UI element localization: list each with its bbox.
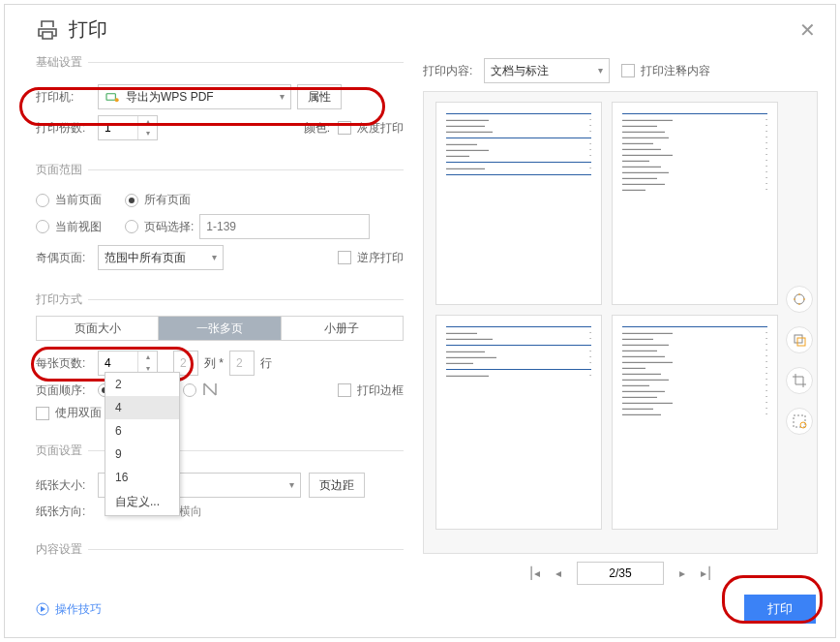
printer-label: 打印机: [36, 89, 98, 106]
svg-point-2 [795, 294, 804, 304]
dropdown-option[interactable]: 4 [105, 396, 179, 419]
svg-point-1 [115, 98, 119, 102]
svg-rect-3 [795, 335, 802, 343]
preview-page: ▬▬▬▬▬▬▬▬▬▬▬▬▬▪ ▬▬▬▬▬▬▬▬▬▪ ▬▬▬▬▬▬▬▬▬▬▬▪ ▬… [612, 102, 778, 305]
tool-fit-icon[interactable] [786, 408, 813, 435]
radio-current-page[interactable]: 当前页面 [36, 192, 102, 208]
page-select-input[interactable] [199, 214, 370, 239]
border-checkbox[interactable]: 打印边框 [338, 382, 404, 399]
tool-copy-icon[interactable] [786, 326, 813, 353]
spin-down-icon[interactable]: ▾ [138, 128, 157, 139]
pager-last-icon[interactable]: ▸⎮ [701, 566, 712, 580]
dropdown-option[interactable]: 16 [105, 466, 179, 489]
pager-input[interactable] [577, 562, 664, 585]
rows-unit: 行 [260, 355, 272, 372]
print-content-select[interactable]: 文档与标注▾ [484, 58, 610, 83]
preview-page: ▬▬▬▬▬▬▬▬▪ ▬▬▬▬▬▬▬▬▬▬▬▬▪ ▬▬▬▬▬▬▬▬▬▬▪ ▬▬▬▬… [435, 315, 602, 530]
cols-sep: 列 * [204, 355, 224, 372]
chevron-down-icon: ▾ [598, 59, 603, 82]
basic-legend: 基础设置 [36, 54, 88, 71]
svg-rect-5 [794, 415, 805, 427]
tips-link[interactable]: 操作技巧 [36, 601, 102, 618]
preview-page: ▬▬▬▬▬▬▬▬▬▬▬▪ ▬▬▬▬▬▬▬▬▬▬▪ ▬▬▬▬▬▬▬▬▬▬▬▬▪ ▬… [435, 102, 602, 305]
dropdown-option[interactable]: 自定义... [105, 489, 179, 515]
radio-current-view[interactable]: 当前视图 [36, 219, 102, 235]
content-legend: 内容设置 [36, 541, 88, 558]
duplex-checkbox[interactable]: 使用双面 [36, 405, 102, 421]
orient-landscape[interactable]: 横向 [179, 504, 202, 520]
order-n[interactable] [183, 382, 220, 399]
export-pdf-icon [105, 89, 120, 105]
radio-page-select[interactable]: 页码选择: [125, 219, 194, 235]
close-icon[interactable]: ✕ [799, 18, 816, 42]
chevron-down-icon: ▾ [280, 85, 285, 108]
tool-crop-icon[interactable] [786, 286, 813, 313]
mode-legend: 打印方式 [36, 291, 88, 308]
printer-icon [36, 18, 59, 42]
perpage-dropdown[interactable]: 2 4 6 9 16 自定义... [105, 372, 180, 516]
rows-input[interactable] [229, 351, 255, 376]
grayscale-checkbox[interactable]: 灰度打印 [338, 120, 404, 137]
dialog-title: 打印 [69, 16, 107, 43]
pager-prev-icon[interactable]: ◂ [555, 566, 561, 580]
print-button[interactable]: 打印 [744, 595, 816, 624]
print-content-label: 打印内容: [423, 63, 472, 79]
tab-multi-per-sheet[interactable]: 一张多页 [159, 317, 281, 340]
color-label: 颜色: [304, 120, 330, 137]
dropdown-option[interactable]: 9 [105, 443, 179, 466]
oddeven-select[interactable]: 范围中所有页面▾ [98, 245, 224, 270]
copies-label: 打印份数: [36, 120, 98, 137]
printer-value: 导出为WPS PDF [126, 85, 214, 108]
pager-next-icon[interactable]: ▸ [679, 566, 685, 580]
reverse-checkbox[interactable]: 逆序打印 [338, 250, 404, 266]
preview-page: ▬▬▬▬▬▬▬▬▬▬▬▬▬▪ ▬▬▬▬▬▬▬▬▪ ▬▬▬▬▬▬▬▬▬▬▬▬▪ ▬… [612, 315, 778, 530]
copies-stepper[interactable]: ▴▾ [98, 115, 158, 140]
dropdown-option[interactable]: 2 [105, 373, 179, 396]
print-mode-tabs: 页面大小 一张多页 小册子 [36, 316, 404, 341]
print-annotations-checkbox[interactable]: 打印注释内容 [621, 63, 710, 79]
order-label: 页面顺序: [36, 382, 98, 399]
orient-label: 纸张方向: [36, 504, 98, 520]
papersize-label: 纸张大小: [36, 477, 98, 494]
oddeven-label: 奇偶页面: [36, 250, 98, 266]
tool-trim-icon[interactable] [786, 367, 813, 394]
radio-all-pages[interactable]: 所有页面 [125, 192, 191, 208]
pageset-legend: 页面设置 [36, 443, 88, 459]
copies-input[interactable] [99, 116, 137, 139]
chevron-down-icon: ▾ [212, 246, 217, 269]
svg-rect-4 [797, 338, 805, 346]
preview-pager: ⎮◂ ◂ ▸ ▸⎮ [423, 562, 818, 585]
dropdown-option[interactable]: 6 [105, 419, 179, 443]
print-preview: ▬▬▬▬▬▬▬▬▬▬▬▪ ▬▬▬▬▬▬▬▬▬▬▪ ▬▬▬▬▬▬▬▬▬▬▬▬▪ ▬… [423, 91, 818, 554]
chevron-down-icon: ▾ [289, 474, 294, 497]
tab-page-size[interactable]: 页面大小 [37, 317, 159, 340]
svg-rect-0 [106, 94, 115, 101]
tab-booklet[interactable]: 小册子 [282, 317, 403, 340]
printer-select[interactable]: 导出为WPS PDF ▾ [98, 84, 291, 109]
properties-button[interactable]: 属性 [297, 84, 342, 109]
spin-up-icon[interactable]: ▴ [138, 116, 157, 128]
perpage-label: 每张页数: [36, 355, 98, 372]
margin-button[interactable]: 页边距 [309, 473, 365, 498]
pager-first-icon[interactable]: ⎮◂ [528, 566, 540, 580]
spin-up-icon[interactable]: ▴ [138, 352, 157, 363]
play-icon [36, 602, 49, 616]
range-legend: 页面范围 [36, 162, 88, 178]
